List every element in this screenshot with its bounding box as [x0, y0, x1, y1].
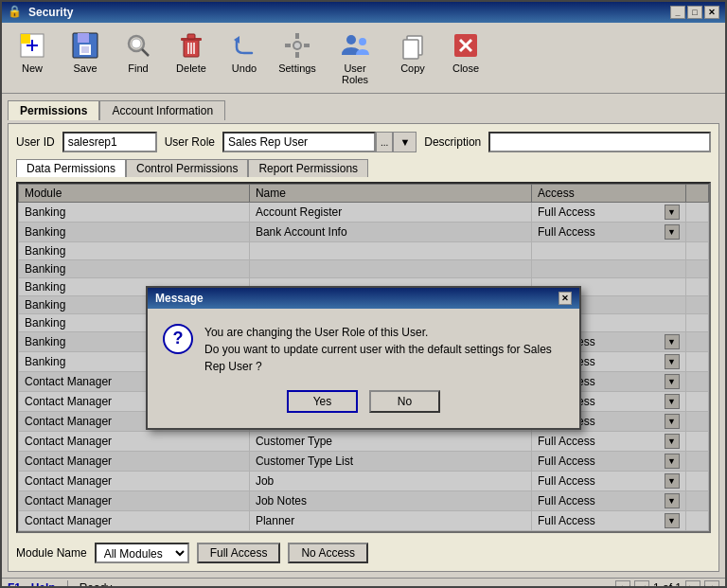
no-access-button[interactable]: No Access	[288, 543, 368, 563]
user-roles-icon	[340, 30, 370, 61]
new-button[interactable]: New	[8, 27, 57, 89]
new-icon	[17, 30, 47, 61]
tab-account-information[interactable]: Account Information	[99, 100, 225, 120]
svg-point-24	[346, 35, 356, 45]
user-id-label: User ID	[16, 135, 55, 149]
table-area-wrapper: Module Name Access BankingAccount Regist…	[16, 182, 711, 533]
modal-title-bar: Message ✕	[148, 288, 579, 309]
user-role-picker-button[interactable]: ...	[376, 132, 393, 152]
settings-button[interactable]: Settings	[273, 27, 322, 89]
title-bar-buttons: _ □ ✕	[670, 6, 719, 19]
description-input[interactable]	[488, 132, 711, 152]
toolbar: New Save Find Delete Und	[2, 23, 725, 94]
first-page-button[interactable]: ◀◀	[615, 580, 630, 588]
module-name-select[interactable]: All Modules	[95, 543, 189, 563]
svg-rect-5	[78, 33, 89, 43]
modal-body: ? You are changing the User Role of this…	[148, 309, 579, 390]
svg-rect-13	[187, 34, 195, 39]
svg-point-10	[132, 39, 141, 48]
yes-button[interactable]: Yes	[287, 390, 358, 413]
user-role-input[interactable]	[222, 132, 376, 152]
title-bar: 🔒 Security _ □ ✕	[2, 2, 725, 23]
tab-data-permissions[interactable]: Data Permissions	[16, 159, 126, 177]
delete-icon	[176, 30, 206, 61]
message-dialog: Message ✕ ? You are changing the User Ro…	[146, 286, 581, 430]
status-bar: F1 - Help Ready ◀◀ ◀ 1 of 1 ▶ ▶▶	[2, 578, 725, 588]
window-title: Security	[28, 6, 670, 19]
modal-close-button[interactable]: ✕	[559, 292, 572, 305]
status-navigation: ◀◀ ◀ 1 of 1 ▶ ▶▶	[615, 580, 719, 588]
save-button[interactable]: Save	[61, 27, 110, 89]
find-icon	[123, 30, 153, 61]
tab-report-permissions[interactable]: Report Permissions	[248, 159, 368, 177]
module-name-label: Module Name	[16, 546, 87, 560]
copy-button[interactable]: Copy	[388, 27, 437, 89]
form-row: User ID User Role ... ▼ Description	[16, 132, 711, 152]
user-role-dropdown-button[interactable]: ▼	[393, 132, 417, 152]
user-id-input[interactable]	[62, 132, 157, 152]
page-info: 1 of 1	[653, 581, 682, 588]
svg-point-25	[359, 38, 366, 45]
copy-icon	[398, 30, 428, 61]
bottom-bar: Module Name All Modules Full Access No A…	[16, 539, 711, 563]
undo-button[interactable]: Undo	[220, 27, 269, 89]
find-button[interactable]: Find	[114, 27, 163, 89]
undo-icon	[229, 30, 259, 61]
svg-rect-20	[295, 33, 299, 39]
help-key: F1 - Help	[8, 581, 56, 588]
user-role-label: User Role	[165, 135, 215, 149]
svg-point-19	[294, 43, 300, 48]
tab-permissions[interactable]: Permissions	[8, 100, 99, 120]
prev-page-button[interactable]: ◀	[634, 580, 649, 588]
close-toolbar-icon	[451, 30, 481, 61]
user-role-container: ... ▼	[222, 132, 417, 152]
description-label: Description	[424, 135, 481, 149]
window-icon: 🔒	[8, 5, 23, 20]
svg-rect-23	[304, 44, 310, 47]
svg-rect-7	[81, 46, 89, 53]
close-toolbar-button[interactable]: Close	[441, 27, 490, 89]
modal-question-icon: ?	[163, 324, 193, 354]
minimize-button[interactable]: _	[670, 6, 685, 19]
tab-control-permissions[interactable]: Control Permissions	[126, 159, 248, 177]
close-window-button[interactable]: ✕	[704, 6, 719, 19]
save-icon	[70, 30, 100, 61]
user-roles-button[interactable]: User Roles	[326, 27, 384, 89]
maximize-button[interactable]: □	[687, 6, 702, 19]
modal-title: Message	[155, 292, 204, 305]
inner-tab-bar: Data Permissions Control Permissions Rep…	[16, 158, 711, 176]
main-tab-bar: Permissions Account Information	[8, 99, 719, 119]
svg-rect-27	[403, 40, 418, 59]
main-window: 🔒 Security _ □ ✕ New Save Find	[0, 0, 727, 588]
modal-message: You are changing the User Role of this U…	[204, 324, 564, 375]
status-ready: Ready	[80, 581, 113, 588]
svg-rect-1	[21, 34, 30, 44]
svg-rect-21	[295, 52, 299, 58]
full-access-button[interactable]: Full Access	[197, 543, 281, 563]
modal-buttons: Yes No	[148, 390, 579, 428]
svg-line-9	[142, 49, 149, 56]
delete-button[interactable]: Delete	[167, 27, 216, 89]
modal-overlay: Message ✕ ? You are changing the User Ro…	[16, 182, 711, 533]
no-button[interactable]: No	[369, 390, 440, 413]
status-divider	[67, 580, 68, 588]
next-page-button[interactable]: ▶	[685, 580, 700, 588]
tab-content: User ID User Role ... ▼ Description Data…	[8, 123, 719, 572]
settings-icon	[282, 30, 312, 61]
svg-rect-22	[285, 44, 291, 47]
last-page-button[interactable]: ▶▶	[704, 580, 719, 588]
content-area: Permissions Account Information User ID …	[2, 94, 725, 578]
